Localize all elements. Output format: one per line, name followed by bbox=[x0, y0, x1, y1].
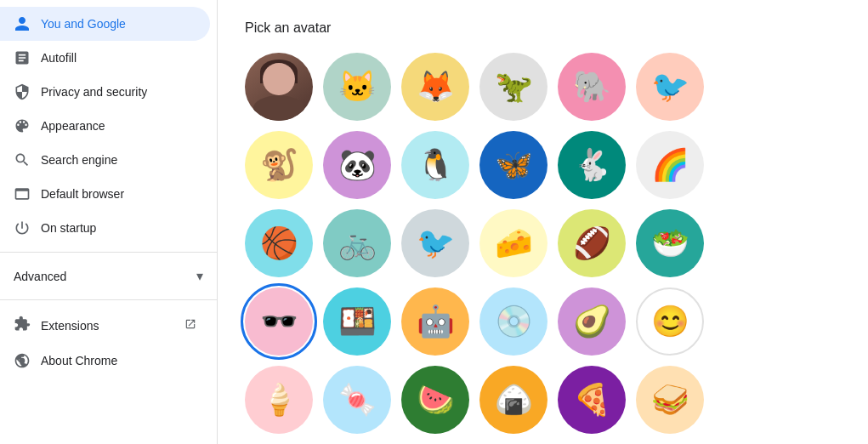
sidebar: You and Google Autofill Privacy and secu… bbox=[0, 0, 218, 444]
avatar-rainbow[interactable]: 🌈 bbox=[636, 131, 704, 199]
sidebar-item-privacy-security[interactable]: Privacy and security bbox=[0, 75, 210, 109]
sidebar-section-advanced[interactable]: Advanced ▾ bbox=[0, 259, 217, 293]
avatar-candy[interactable]: 🍬 bbox=[323, 366, 391, 434]
sidebar-label-appearance: Appearance bbox=[41, 119, 105, 133]
browser-icon bbox=[14, 185, 31, 202]
avatar-sandwich[interactable]: 🥪 bbox=[636, 366, 704, 434]
avatar-cat[interactable]: 🐱 bbox=[323, 53, 391, 121]
avatar-vinyl[interactable]: 💿 bbox=[479, 287, 547, 356]
sidebar-item-on-startup[interactable]: On startup bbox=[0, 211, 210, 245]
page-title: Pick an avatar bbox=[245, 20, 841, 36]
extensions-icon bbox=[14, 316, 31, 335]
person-icon bbox=[14, 15, 31, 32]
avatar-redbird[interactable]: 🐦 bbox=[401, 209, 469, 277]
sidebar-item-default-browser[interactable]: Default browser bbox=[0, 177, 210, 211]
sidebar-label-search-engine: Search engine bbox=[41, 153, 117, 167]
sidebar-label-you-and-google: You and Google bbox=[41, 17, 126, 31]
avatar-dino[interactable]: 🦖 bbox=[479, 53, 547, 121]
avatar-bird[interactable]: 🐦 bbox=[636, 53, 704, 121]
avatar-basketball[interactable]: 🏀 bbox=[245, 209, 313, 277]
sidebar-item-you-and-google[interactable]: You and Google bbox=[0, 7, 210, 41]
avatar-riceball[interactable]: 🍙 bbox=[479, 366, 547, 434]
startup-icon bbox=[14, 219, 31, 236]
sidebar-label-privacy-security: Privacy and security bbox=[41, 85, 147, 99]
sidebar-item-appearance[interactable]: Appearance bbox=[0, 109, 210, 143]
sidebar-item-about-chrome[interactable]: About Chrome bbox=[0, 344, 210, 378]
sidebar-item-autofill[interactable]: Autofill bbox=[0, 41, 210, 75]
avatar-robot[interactable]: 🤖 bbox=[401, 287, 469, 356]
external-link-icon bbox=[184, 318, 196, 333]
avatar-butterfly[interactable]: 🦋 bbox=[479, 131, 547, 199]
sidebar-divider bbox=[0, 252, 217, 253]
shield-icon bbox=[14, 83, 31, 100]
sidebar-item-search-engine[interactable]: Search engine bbox=[0, 143, 210, 177]
avatar-icecream[interactable]: 🍦 bbox=[245, 366, 313, 434]
sidebar-label-autofill: Autofill bbox=[41, 51, 77, 65]
appearance-icon bbox=[14, 117, 31, 134]
avatar-cheese[interactable]: 🧀 bbox=[479, 209, 547, 277]
avatar-smiley[interactable]: 😊 bbox=[636, 287, 704, 356]
avatar-pizza[interactable]: 🍕 bbox=[558, 366, 626, 434]
avatar-avocado[interactable]: 🥑 bbox=[558, 287, 626, 356]
main-content: Pick an avatar 🐱🦊🦖🐘🐦🐒🐼🐧🦋🐇🌈🏀🚲🐦🧀🏈🥗🕶️🍱🤖💿🥑😊🍦… bbox=[218, 0, 868, 444]
autofill-icon bbox=[14, 49, 31, 66]
avatar-football[interactable]: 🏈 bbox=[558, 209, 626, 277]
sidebar-item-extensions[interactable]: Extensions bbox=[0, 307, 210, 344]
avatar-bowl[interactable]: 🥗 bbox=[636, 209, 704, 277]
avatar-elephant[interactable]: 🐘 bbox=[558, 53, 626, 121]
sidebar-divider-2 bbox=[0, 299, 217, 300]
avatar-rabbit[interactable]: 🐇 bbox=[558, 131, 626, 199]
avatar-penguin[interactable]: 🐧 bbox=[401, 131, 469, 199]
sidebar-label-extensions: Extensions bbox=[41, 319, 99, 333]
sidebar-label-default-browser: Default browser bbox=[41, 187, 124, 201]
avatar-grid: 🐱🦊🦖🐘🐦🐒🐼🐧🦋🐇🌈🏀🚲🐦🧀🏈🥗🕶️🍱🤖💿🥑😊🍦🍬🍉🍙🍕🥪 bbox=[245, 53, 841, 434]
avatar-panda[interactable]: 🐼 bbox=[323, 131, 391, 199]
avatar-photo[interactable] bbox=[245, 53, 313, 121]
chevron-down-icon: ▾ bbox=[196, 268, 203, 284]
search-icon bbox=[14, 151, 31, 168]
chrome-icon bbox=[14, 352, 31, 369]
avatar-sunglasses[interactable]: 🕶️ bbox=[245, 287, 313, 356]
avatar-fox[interactable]: 🦊 bbox=[401, 53, 469, 121]
sidebar-label-about-chrome: About Chrome bbox=[41, 354, 117, 367]
sidebar-label-on-startup: On startup bbox=[41, 221, 96, 235]
avatar-sushi[interactable]: 🍱 bbox=[323, 287, 391, 356]
avatar-watermelon[interactable]: 🍉 bbox=[401, 366, 469, 434]
sidebar-advanced-label: Advanced bbox=[14, 270, 66, 283]
avatar-bicycle[interactable]: 🚲 bbox=[323, 209, 391, 277]
avatar-monkey[interactable]: 🐒 bbox=[245, 131, 313, 199]
